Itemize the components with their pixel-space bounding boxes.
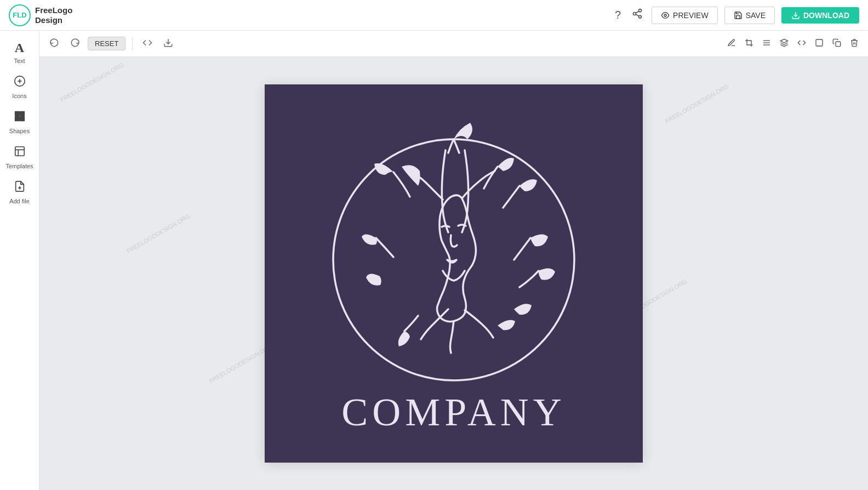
svg-point-1 [633, 13, 636, 15]
frame-button[interactable] [812, 36, 826, 52]
svg-marker-23 [780, 39, 787, 43]
reset-button[interactable]: RESET [88, 37, 125, 50]
sidebar-item-label: Text [14, 58, 25, 64]
sidebar-item-label: Add file [9, 198, 30, 204]
canvas-area[interactable]: FREELOGODESIGN.ORG FREELOGODESIGN.ORG FR… [39, 57, 868, 490]
header-right: ? PREVIEW SAVE DOWNLOAD [613, 6, 859, 24]
sidebar-item-icons[interactable]: Icons [0, 70, 39, 105]
delete-button[interactable] [847, 36, 861, 52]
sidebar-item-add-file[interactable]: Add file [0, 175, 39, 210]
workspace: RESET [39, 31, 868, 490]
sidebar-item-label: Shapes [9, 128, 30, 134]
undo-button[interactable] [46, 36, 62, 52]
export-button[interactable] [160, 36, 176, 52]
svg-point-5 [664, 14, 666, 16]
logo-icon: FLD [9, 4, 31, 26]
svg-point-26 [333, 139, 574, 380]
logo-canvas[interactable]: COMPANY [265, 84, 643, 463]
redo-button[interactable] [67, 36, 83, 52]
help-button[interactable]: ? [613, 7, 623, 24]
toolbar-divider [132, 37, 133, 50]
align-button[interactable] [760, 36, 774, 52]
header: FLD FreeLogo Design ? PREVIEW SAVE DOWNL… [0, 0, 868, 31]
main-content: A Text Icons Shapes Templates Add [0, 31, 868, 490]
crop-button[interactable] [742, 36, 756, 52]
preview-button[interactable]: PREVIEW [652, 7, 718, 24]
company-name-text: COMPANY [341, 390, 566, 435]
svg-rect-11 [20, 116, 25, 121]
copy-button[interactable] [830, 36, 844, 52]
left-sidebar: A Text Icons Shapes Templates Add [0, 31, 39, 490]
share-button[interactable] [630, 6, 645, 24]
add-file-icon [14, 180, 26, 196]
layers-button[interactable] [777, 36, 791, 52]
svg-point-2 [639, 15, 642, 18]
sidebar-item-templates[interactable]: Templates [0, 140, 39, 175]
templates-icon [14, 145, 26, 161]
icons-icon [14, 75, 26, 90]
svg-line-3 [636, 14, 639, 16]
logo-illustration [295, 101, 613, 419]
sidebar-item-label: Icons [12, 93, 26, 99]
svg-rect-24 [816, 39, 823, 46]
svg-rect-12 [20, 111, 25, 116]
svg-point-0 [639, 9, 642, 12]
svg-rect-13 [14, 116, 19, 121]
sidebar-item-label: Templates [5, 163, 33, 169]
brand-name: FreeLogo Design [35, 5, 72, 25]
svg-rect-25 [836, 42, 841, 47]
svg-rect-10 [14, 111, 19, 116]
save-button[interactable]: SAVE [724, 7, 775, 24]
code-view-button[interactable] [139, 36, 156, 52]
download-button[interactable]: DOWNLOAD [781, 7, 859, 24]
svg-line-4 [636, 11, 639, 13]
code-embed-button[interactable] [795, 36, 809, 52]
header-left: FLD FreeLogo Design [9, 4, 72, 26]
text-icon: A [15, 41, 24, 55]
svg-rect-14 [15, 147, 24, 156]
toolbar-right [724, 36, 861, 52]
sidebar-item-text[interactable]: A Text [0, 35, 39, 70]
shapes-icon [14, 110, 26, 126]
toolbar: RESET [39, 31, 868, 57]
edit-pen-button[interactable] [724, 36, 739, 52]
sidebar-item-shapes[interactable]: Shapes [0, 105, 39, 140]
